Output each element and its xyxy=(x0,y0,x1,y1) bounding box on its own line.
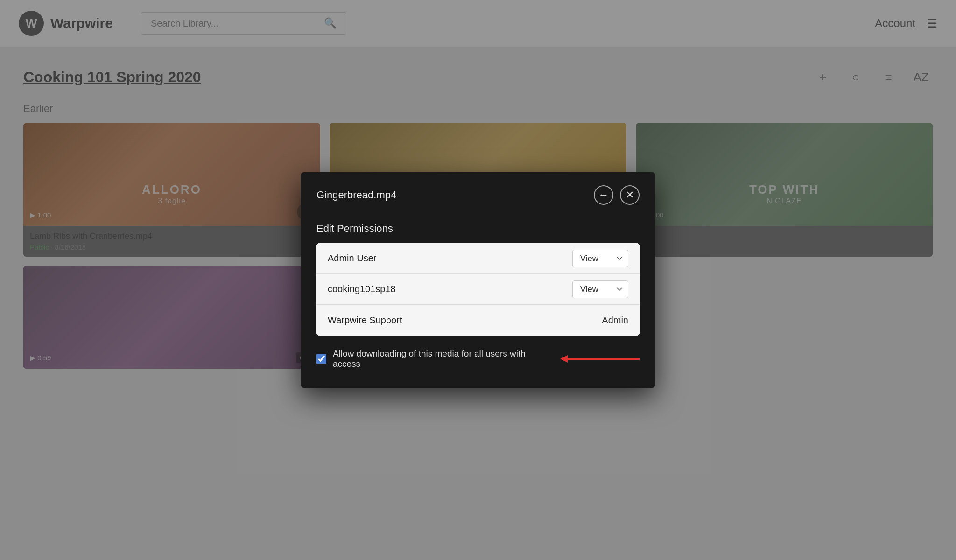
permission-role-select[interactable]: View Edit Admin None xyxy=(572,250,628,267)
modal-filename: Gingerbread.mp4 xyxy=(316,189,396,201)
permissions-modal: Gingerbread.mp4 ← ✕ Edit Permissions Adm… xyxy=(301,172,655,388)
table-row: Warpwire Support Admin xyxy=(316,305,640,336)
permission-role-static: Admin xyxy=(602,315,628,326)
modal-back-button[interactable]: ← xyxy=(594,185,613,205)
allow-download-checkbox[interactable] xyxy=(316,354,326,364)
modal-header-actions: ← ✕ xyxy=(594,185,640,205)
modal-body: Edit Permissions Admin User View Edit Ad… xyxy=(301,218,655,388)
modal-close-button[interactable]: ✕ xyxy=(620,185,640,205)
permissions-section-title: Edit Permissions xyxy=(316,223,640,235)
modal-header: Gingerbread.mp4 ← ✕ xyxy=(301,172,655,218)
permission-role-select[interactable]: View Edit Admin None xyxy=(572,280,628,298)
permission-user: cooking101sp18 xyxy=(328,284,572,294)
modal-overlay: Gingerbread.mp4 ← ✕ Edit Permissions Adm… xyxy=(0,0,956,560)
arrow-annotation xyxy=(565,358,640,360)
allow-download-label: Allow downloading of this media for all … xyxy=(333,349,544,369)
permission-user: Warpwire Support xyxy=(328,315,602,326)
arrow-line xyxy=(565,358,640,360)
permission-user: Admin User xyxy=(328,253,572,264)
permissions-table: Admin User View Edit Admin None cooking1… xyxy=(316,243,640,336)
table-row: Admin User View Edit Admin None xyxy=(316,243,640,274)
table-row: cooking101sp18 View Edit Admin None xyxy=(316,274,640,305)
download-permission-row: Allow downloading of this media for all … xyxy=(316,349,640,369)
